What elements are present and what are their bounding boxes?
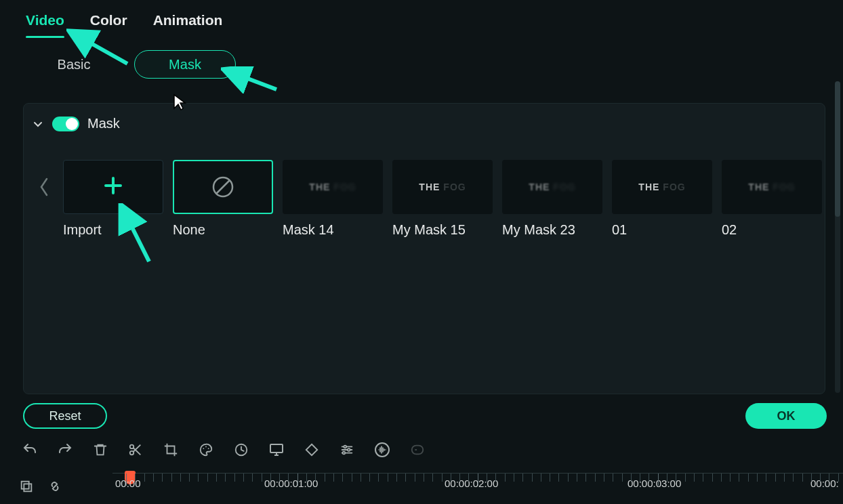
- svg-rect-15: [24, 484, 31, 491]
- mask-item-01[interactable]: THE FOG 01: [612, 160, 712, 238]
- mask-list: Import None THE FOG Mask 14 THE FOG: [24, 131, 825, 238]
- thumb-text: FOG: [663, 182, 685, 192]
- none-thumb[interactable]: [173, 160, 273, 214]
- mask-item-mymask23[interactable]: THE FOG My Mask 23: [502, 160, 602, 238]
- time-label: 00:00:03:00: [628, 478, 681, 489]
- thumb-text: THE: [638, 182, 659, 192]
- scissors-icon[interactable]: [126, 440, 145, 459]
- timeline-copy-icon[interactable]: [19, 479, 34, 497]
- timeline-toolbar: [20, 440, 427, 459]
- svg-line-1: [216, 180, 230, 194]
- import-thumb[interactable]: [63, 160, 163, 214]
- time-label: 00:00:02:00: [445, 478, 498, 489]
- mask-thumb[interactable]: THE FOG: [612, 160, 712, 214]
- svg-point-3: [130, 451, 134, 455]
- redo-icon[interactable]: [56, 440, 75, 459]
- mask-panel-header: Mask: [24, 104, 825, 131]
- mask-thumb[interactable]: THE FOG: [502, 160, 602, 214]
- tab-video[interactable]: Video: [26, 12, 64, 35]
- mask-item-label: My Mask 23: [502, 222, 602, 238]
- subtab-mask[interactable]: Mask: [134, 50, 236, 79]
- plus-icon: [103, 175, 123, 198]
- svg-point-10: [348, 448, 350, 451]
- tab-color[interactable]: Color: [90, 12, 127, 35]
- speed-icon[interactable]: [232, 440, 251, 459]
- thumb-text: FOG: [553, 182, 575, 192]
- mask-item-import[interactable]: Import: [63, 160, 163, 238]
- time-label: 00:00: [115, 478, 141, 489]
- mask-item-mymask15[interactable]: THE FOG My Mask 15: [392, 160, 493, 238]
- svg-point-5: [205, 446, 207, 448]
- audio-waveform-icon[interactable]: [373, 440, 392, 459]
- footer-buttons: Reset OK: [23, 403, 827, 429]
- reset-button[interactable]: Reset: [23, 403, 107, 429]
- mask-item-label: Import: [63, 222, 163, 238]
- sub-tabs: Basic Mask: [23, 50, 843, 79]
- chevron-down-icon[interactable]: [32, 118, 44, 130]
- undo-icon[interactable]: [20, 440, 39, 459]
- tag-icon: [408, 440, 427, 459]
- mask-item-label: Mask 14: [283, 222, 383, 238]
- svg-point-2: [130, 445, 134, 449]
- ok-button[interactable]: OK: [745, 403, 827, 429]
- thumb-text: FOG: [443, 182, 466, 192]
- mask-item-02[interactable]: THE FOG 02: [722, 160, 822, 238]
- keyframe-icon[interactable]: [302, 440, 321, 459]
- timeline-link-icon[interactable]: [47, 479, 62, 497]
- svg-rect-13: [412, 446, 424, 455]
- svg-rect-8: [270, 444, 283, 453]
- none-icon: [210, 174, 236, 200]
- thumb-text: THE: [419, 182, 440, 192]
- delete-icon[interactable]: [91, 440, 110, 459]
- mask-panel-title: Mask: [87, 116, 120, 131]
- mask-item-label: My Mask 15: [392, 222, 493, 238]
- thumb-text: THE: [309, 182, 330, 192]
- mask-item-label: 02: [722, 222, 822, 238]
- scroll-left-button[interactable]: [35, 160, 54, 214]
- mask-item-label: None: [173, 222, 273, 238]
- timeline-ruler[interactable]: 00:00 00:00:01:00 00:00:02:00 00:00:03:0…: [112, 473, 843, 503]
- thumb-text: THE: [748, 182, 769, 192]
- crop-icon[interactable]: [161, 440, 180, 459]
- svg-point-6: [208, 448, 209, 449]
- svg-point-4: [203, 448, 204, 449]
- mask-panel: Mask Import None THE: [23, 103, 825, 394]
- top-tabs: Video Color Animation: [0, 0, 843, 35]
- thumb-text: FOG: [333, 182, 356, 192]
- time-label: 00:00:01:00: [264, 478, 318, 489]
- mask-thumb[interactable]: THE FOG: [722, 160, 822, 214]
- thumb-text: FOG: [773, 182, 795, 192]
- thumb-text: THE: [529, 182, 550, 192]
- timeline: 00:00 00:00:01:00 00:00:02:00 00:00:03:0…: [19, 473, 843, 503]
- subtab-basic[interactable]: Basic: [23, 50, 125, 79]
- svg-point-9: [344, 446, 346, 448]
- mask-item-none[interactable]: None: [173, 160, 273, 238]
- palette-icon[interactable]: [197, 440, 215, 459]
- mask-thumb[interactable]: THE FOG: [283, 160, 383, 214]
- svg-point-11: [343, 452, 346, 455]
- panel-scrollbar[interactable]: [835, 81, 840, 393]
- mask-item-label: 01: [612, 222, 712, 238]
- mask-item-mask14[interactable]: THE FOG Mask 14: [283, 160, 383, 238]
- svg-point-12: [375, 443, 389, 457]
- svg-rect-14: [22, 482, 29, 489]
- mask-thumb[interactable]: THE FOG: [392, 160, 493, 214]
- sliders-icon[interactable]: [337, 440, 356, 459]
- mask-toggle[interactable]: [52, 117, 79, 131]
- time-label: 00:00:: [810, 478, 839, 489]
- screen-icon[interactable]: [267, 440, 286, 459]
- tab-animation[interactable]: Animation: [153, 12, 223, 35]
